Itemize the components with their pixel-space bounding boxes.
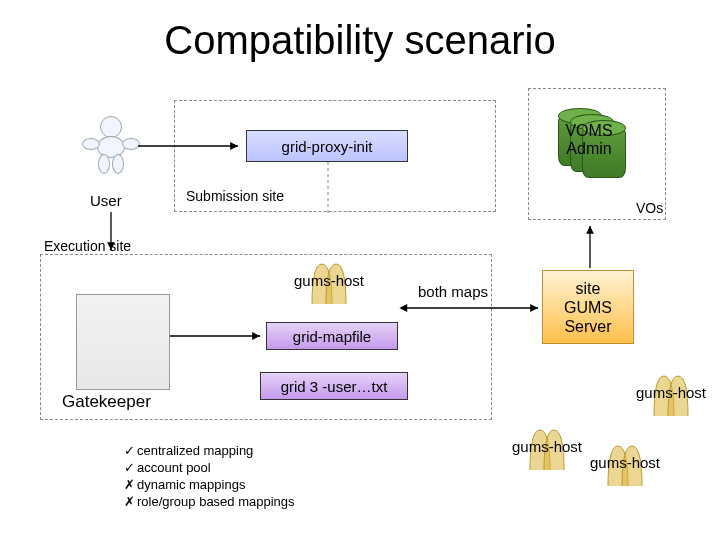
arrow-user-down — [104, 212, 118, 262]
feature-list: centralized mapping account pool dynamic… — [124, 442, 295, 510]
arrow-maps-to-gums — [398, 300, 548, 320]
submission-site-label: Submission site — [186, 188, 284, 204]
gatekeeper-label: Gatekeeper — [62, 392, 151, 412]
vos-label: VOs — [636, 200, 663, 216]
gums-server-text-3: Server — [564, 317, 611, 336]
arrow-gk-to-mapfile — [170, 326, 270, 350]
bullet-rolegroup: role/group based mappings — [124, 493, 295, 510]
grid3-user-txt-box: grid 3 -user…txt — [260, 372, 408, 400]
grid-mapfile-box: grid-mapfile — [266, 322, 398, 350]
user-label: User — [90, 192, 122, 209]
gums-server-text-1: site — [576, 279, 601, 298]
gums-server-text-2: GUMS — [564, 298, 612, 317]
both-maps-label: both maps — [418, 283, 488, 300]
gums-host-label-1: gums-host — [294, 272, 364, 289]
gatekeeper-box — [76, 294, 170, 390]
arrow-gums-to-vos — [582, 222, 598, 276]
gums-host-label-3: gums-host — [512, 438, 582, 455]
execution-site-label: Execution site — [44, 238, 131, 254]
bullet-account-pool: account pool — [124, 459, 295, 476]
gums-host-label-4: gums-host — [590, 454, 660, 471]
site-gums-server-box: site GUMS Server — [542, 270, 634, 344]
gums-host-label-2: gums-host — [636, 384, 706, 401]
grid-proxy-init-box: grid-proxy-init — [246, 130, 408, 162]
voms-admin-label: VOMSAdmin — [554, 122, 624, 158]
arrow-proxy-down — [322, 162, 334, 222]
arrow-user-to-proxy — [138, 136, 248, 160]
page-title: Compatibility scenario — [0, 18, 720, 63]
bullet-dynamic: dynamic mappings — [124, 476, 295, 493]
bullet-centralized: centralized mapping — [124, 442, 295, 459]
